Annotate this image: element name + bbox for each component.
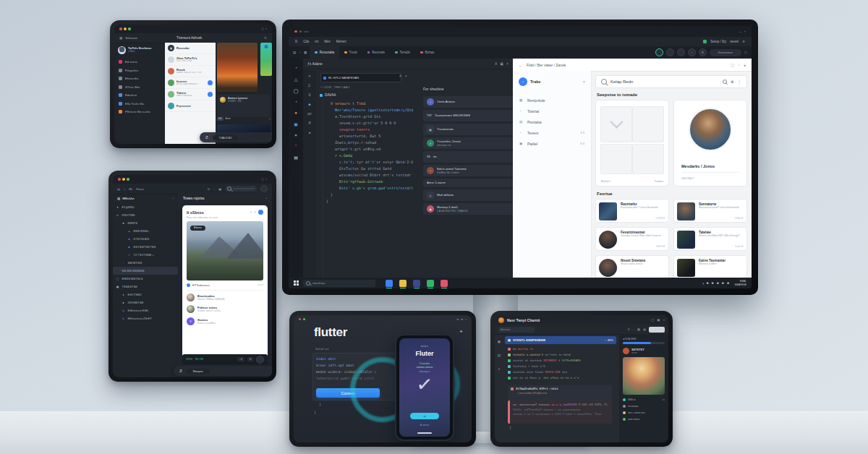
- profile-card[interactable]: Mesdarks / Jonos ZIKONLT: [673, 100, 747, 187]
- chat-action-button[interactable]: TJALDSU: [213, 135, 239, 140]
- file-tree-item[interactable]: ● EEvssrtssn.ZSrET: [113, 314, 178, 322]
- tool-icon[interactable]: ●: [309, 131, 311, 134]
- updown-icon[interactable]: ↕: [633, 327, 634, 331]
- inspector-row[interactable]: ▣ Ysnamzram ⊕ ▦: [423, 124, 524, 135]
- minimize-dot-icon[interactable]: [124, 27, 127, 30]
- coin-card[interactable]: Amters Lyeorst ZGSM9 · 456 ·: [217, 95, 271, 117]
- user-icon[interactable]: ◔: [738, 63, 740, 67]
- editor-tab[interactable]: Reumals: [362, 46, 390, 59]
- inspector-row[interactable]: ✓ Ysvarinkn, Dnnat smrtuptu rol: [423, 137, 524, 149]
- tool-icon[interactable]: ≡: [309, 74, 311, 78]
- status-row[interactable]: sss + sssss sss: [623, 411, 665, 414]
- globe-icon[interactable]: ⊕: [731, 80, 734, 84]
- conversation-row[interactable]: Rssck watbs TsaCfs Tss 77 vs: [165, 66, 216, 77]
- menu-item[interactable]: mt: [315, 40, 318, 43]
- status-row[interactable]: ss ssssss: [623, 405, 665, 408]
- rows-icon[interactable]: ▤: [293, 51, 296, 54]
- file-tree-item[interactable]: ▲ EBSt'SNSh,: [113, 227, 178, 235]
- person-icon[interactable]: ◔: [265, 197, 267, 200]
- activity-icon[interactable]: ×: [294, 133, 297, 137]
- tool-icon[interactable]: S: [308, 93, 310, 97]
- diff-lines[interactable]: ms mvrtss ts tvtssts s.ssstss't ss'tsts …: [508, 347, 616, 382]
- chat-nav-item[interactable]: Frteytshrs: [114, 67, 165, 75]
- reviewer-row[interactable]: SSTSTST ss ss: [623, 348, 665, 354]
- close-icon[interactable]: ×: [663, 318, 665, 322]
- inspector-row[interactable]: TNT Tsunamrator SM.DRGWS ●: [423, 110, 524, 121]
- file-tree-item[interactable]: ▣ TSSESTSE: [113, 283, 178, 291]
- share-icon[interactable]: ↗: [250, 210, 252, 214]
- grid-icon[interactable]: ▦: [637, 327, 640, 331]
- windows-start-icon[interactable]: [294, 280, 299, 286]
- window-icon[interactable]: ▢: [731, 63, 734, 67]
- maximize-dot-icon[interactable]: [127, 178, 129, 181]
- chat-nav-item[interactable]: Ed srvrss: [114, 58, 165, 67]
- close-dot-icon[interactable]: [294, 30, 297, 33]
- close-icon[interactable]: ×: [265, 178, 267, 181]
- tray-star-icon[interactable]: ★: [726, 281, 729, 285]
- tray-star-icon[interactable]: ★: [711, 281, 714, 285]
- conversation-row[interactable]: Zhsu TsFtsTs'v SLs Ttss Cssu: [165, 54, 216, 66]
- file-tree-item[interactable]: ~ SM.MTSW: [113, 259, 178, 267]
- favorite-card[interactable]: Nisext Smetane Ssvrs astfst ssevs: [595, 255, 669, 279]
- activity-icon[interactable]: ◔: [294, 100, 297, 104]
- tray-star-icon[interactable]: ★: [721, 281, 724, 285]
- activity-icon[interactable]: ▤: [294, 155, 298, 160]
- close-dot-icon[interactable]: [119, 27, 122, 30]
- favorite-card[interactable]: Eatire Tasmantar Nllertsn wstErt: [673, 255, 747, 279]
- status-row[interactable]: SSS st ss: [623, 398, 665, 401]
- editor-tab[interactable]: Terside: [390, 46, 415, 59]
- minimize-dot-icon[interactable]: [122, 178, 125, 181]
- sidebar-item[interactable]: ◔ Towrtat: [513, 106, 591, 116]
- terminal-strip[interactable]: SPSH EV/YR -6 R: [182, 354, 268, 364]
- close-icon[interactable]: ×: [583, 80, 585, 84]
- chat-nav-item[interactable]: ESz Tsshs Sts: [114, 100, 165, 108]
- menu-icon[interactable]: ≡: [254, 210, 256, 214]
- maximize-dot-icon[interactable]: [303, 318, 305, 320]
- conversation-row[interactable]: Fryssrssrt: [165, 100, 216, 112]
- close-icon[interactable]: ×: [265, 27, 267, 30]
- person-row[interactable]: Ensrtssdss Ssrtss't SSbss SMSvBs: [187, 294, 263, 301]
- currency-icon[interactable]: Ƨ: [205, 135, 208, 140]
- sidebar-item[interactable]: ▦ Rerdynbde: [513, 95, 591, 106]
- chat-nav-item[interactable]: STtsts Sbrt: [114, 83, 165, 92]
- tool-icon[interactable]: ◆: [308, 103, 310, 106]
- download-icon[interactable]: ↓: [213, 187, 215, 191]
- close-panel-icon[interactable]: ×: [506, 61, 509, 66]
- plus-icon[interactable]: +: [269, 117, 271, 120]
- menu-icon[interactable]: ≡: [498, 367, 501, 371]
- sidebar-item[interactable]: ▤ Povitatta: [513, 116, 591, 127]
- inspector-row[interactable]: ◔ Omm,Avtanu ●: [423, 96, 524, 108]
- activity-icon[interactable]: *: [295, 144, 297, 148]
- file-tree-item[interactable]: ■ KTSTSUES: [113, 235, 178, 243]
- conversation-row[interactable]: Tsktrst ssbs s wsssus: [165, 89, 216, 100]
- activity-icon[interactable]: ▣: [294, 121, 298, 127]
- review-search-input[interactable]: tbrtsrsst: [498, 327, 535, 333]
- refresh-icon[interactable]: ↻: [627, 327, 630, 331]
- person-row[interactable]: V Ssstss Ssss s ssssBss: [187, 317, 263, 325]
- file-tree-item[interactable]: ■ EMW'S: [113, 219, 178, 227]
- inspector-row[interactable]: ◔ Edvst zamel Tameme KleMba /Ns Tmblet: [423, 165, 524, 176]
- device-selector[interactable]: Szarmsman: [710, 49, 741, 56]
- media-image-fire[interactable]: [217, 43, 258, 92]
- back-icon[interactable]: ←: [519, 63, 522, 67]
- tool-icon[interactable]: 2:: [308, 84, 311, 87]
- toolbar-label[interactable]: Mr: [129, 187, 132, 191]
- layout-icon[interactable]: ▢: [744, 51, 747, 54]
- file-tree-item[interactable]: ◎ EShvrtcsrt ESE,: [113, 307, 178, 314]
- menu-item[interactable]: Merteri: [336, 40, 346, 43]
- preview-card[interactable]: It sSbsss ↗ ≡ Ssss sw ssbssess ss ssss E…: [182, 205, 268, 359]
- file-tree-item[interactable]: NS.SW.SSSNSS: [113, 267, 178, 275]
- phone-cta-button[interactable]: ss: [410, 413, 439, 419]
- file-tree-item[interactable]: ▢ ENRS.MSTSLS: [113, 275, 178, 283]
- home-icon[interactable]: ⌂: [124, 187, 125, 191]
- empty-state-card[interactable]: Ektlvt's Dzdva: [595, 100, 669, 187]
- inspector-row[interactable]: ◆ Morforp Z dmD CAGM SNLTRS, TWAVUS: [423, 203, 524, 215]
- close-dot-icon[interactable]: [299, 318, 301, 320]
- person-row[interactable]: Fshssr sntss Zsstss rtsrss't ssTss: [187, 305, 263, 313]
- favorite-card[interactable]: Sunnaturte Heovstearnaed? s'levs Esmaned…: [673, 199, 747, 223]
- toolbar-label[interactable]: Fwsrs: [136, 187, 144, 191]
- chat-nav-item[interactable]: Edsshsrt: [114, 91, 165, 100]
- editor-tab[interactable]: Bohas: [415, 46, 439, 59]
- grid-icon[interactable]: ▦: [304, 51, 307, 54]
- inspector-row[interactable]: SE tm ◔: [423, 151, 524, 163]
